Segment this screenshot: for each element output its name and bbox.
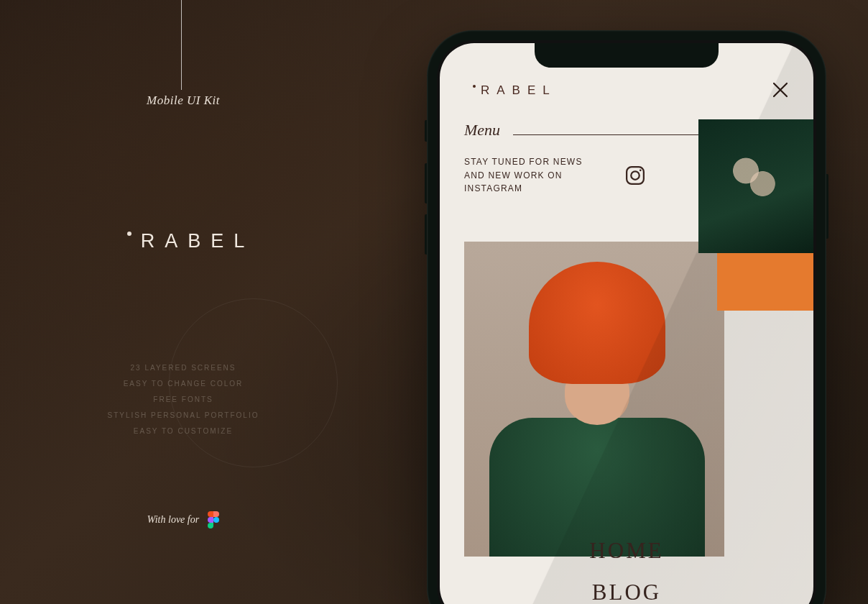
app-screen: RABEL Menu STAY TUNED FOR NEWS AND NEW W… [440,43,813,604]
app-brand-text: RABEL [481,83,557,98]
vertical-divider [181,0,182,90]
close-icon[interactable] [772,79,789,102]
with-love-row: With love for [72,511,295,528]
instagram-text: STAY TUNED FOR NEWS AND NEW WORK ON INST… [464,155,604,196]
with-love-text: With love for [147,514,199,526]
svg-point-0 [213,517,219,523]
phone-mockup: RABEL Menu STAY TUNED FOR NEWS AND NEW W… [427,30,826,604]
app-brand[interactable]: RABEL [464,83,557,98]
phone-notch [535,43,719,68]
brand-text: RABEL [141,230,255,252]
brand-logo: RABEL [72,230,295,252]
kit-subtitle: Mobile UI Kit [72,93,295,108]
hero-image[interactable] [464,242,724,557]
promo-left-column: Mobile UI Kit RABEL 23 LAYERED SCREENS E… [72,93,295,528]
svg-point-3 [640,169,642,171]
svg-point-2 [631,171,640,180]
thumbnail-image[interactable] [698,119,813,253]
brand-ring [169,298,338,467]
nav-links: HOME BLOG [440,532,813,604]
brand-dot-icon [464,86,474,96]
figma-icon [208,511,219,528]
nav-blog[interactable]: BLOG [440,580,813,604]
instagram-icon[interactable] [624,165,646,186]
svg-rect-1 [627,167,644,184]
nav-home[interactable]: HOME [440,538,813,564]
brand-dot-icon [112,234,128,250]
menu-label: Menu [464,121,500,139]
